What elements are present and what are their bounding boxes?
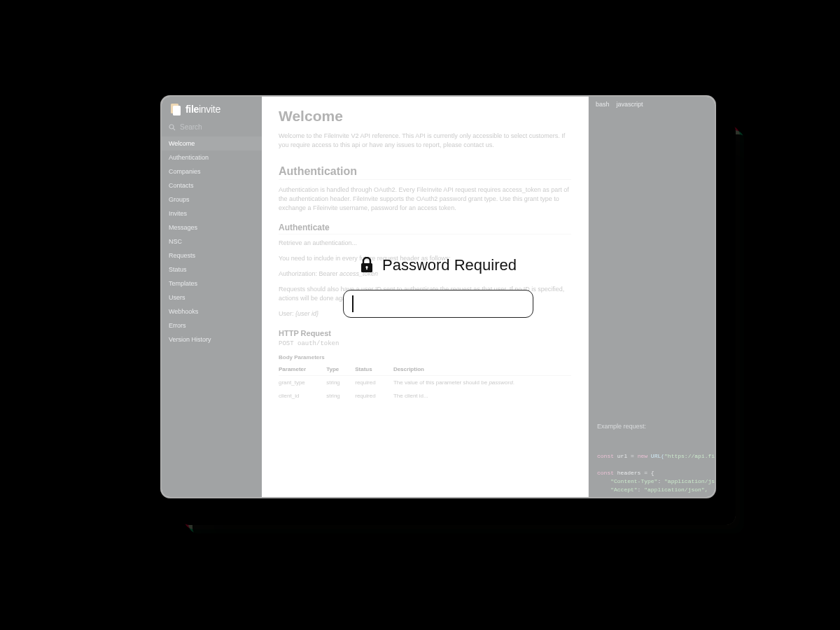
sidebar-item-messages[interactable]: Messages xyxy=(162,220,262,234)
svg-rect-1 xyxy=(173,106,181,115)
lock-icon xyxy=(360,257,374,274)
search-icon xyxy=(169,124,176,131)
sidebar-item-companies[interactable]: Companies xyxy=(162,164,262,178)
sidebar-item-groups[interactable]: Groups xyxy=(162,192,262,206)
sidebar-item-users[interactable]: Users xyxy=(162,290,262,304)
welcome-heading: Welcome xyxy=(279,108,571,125)
lang-tab-javascript[interactable]: javascript xyxy=(617,101,643,108)
sidebar-item-errors[interactable]: Errors xyxy=(162,318,262,332)
sidebar-item-templates[interactable]: Templates xyxy=(162,276,262,290)
http-request-block: HTTP Request POST oauth/token Body Param… xyxy=(279,329,571,402)
password-title: Password Required xyxy=(382,256,517,274)
sidebar-item-invites[interactable]: Invites xyxy=(162,206,262,220)
authenticate-heading: Authenticate xyxy=(279,223,571,234)
authentication-body: Authentication is handled through OAuth2… xyxy=(279,186,571,213)
logo: fileinvite xyxy=(162,97,262,120)
svg-rect-6 xyxy=(366,267,368,270)
sidebar-item-nsc[interactable]: NSC xyxy=(162,234,262,248)
password-heading-row: Password Required xyxy=(360,256,517,274)
sidebar-item-authentication[interactable]: Authentication xyxy=(162,150,262,164)
params-table: Parameter Type Status Description grant_… xyxy=(279,363,571,402)
sidebar-item-welcome[interactable]: Welcome xyxy=(162,136,262,150)
svg-point-2 xyxy=(169,125,174,129)
table-row: client_id string required The client id.… xyxy=(279,389,571,402)
text-caret xyxy=(352,295,354,312)
th-description: Description xyxy=(393,363,571,376)
sidebar-nav: Welcome Authentication Companies Contact… xyxy=(162,136,262,346)
logo-text: fileinvite xyxy=(186,104,220,115)
password-input[interactable] xyxy=(343,290,533,318)
welcome-body: Welcome to the FileInvite V2 API referen… xyxy=(279,132,571,150)
sidebar-item-contacts[interactable]: Contacts xyxy=(162,178,262,192)
http-request-line: POST oauth/token xyxy=(279,340,571,347)
authentication-heading: Authentication xyxy=(279,165,571,180)
sidebar-item-webhooks[interactable]: Webhooks xyxy=(162,304,262,318)
fileinvite-logo-icon xyxy=(169,102,183,116)
retrieve-line: Retrieve an authentication... xyxy=(279,239,571,248)
th-type: Type xyxy=(326,363,355,376)
body-params-label: Body Parameters xyxy=(279,354,571,360)
sidebar-item-status[interactable]: Status xyxy=(162,262,262,276)
code-sample: const url = new URL("https://api.file co… xyxy=(597,452,715,494)
lang-tab-bash[interactable]: bash xyxy=(596,101,610,108)
sidebar: fileinvite Welcome Authentication Compan… xyxy=(162,97,262,497)
sidebar-item-requests[interactable]: Requests xyxy=(162,248,262,262)
http-request-heading: HTTP Request xyxy=(279,329,571,337)
password-input-wrap xyxy=(343,290,533,318)
sidebar-item-version-history[interactable]: Version History xyxy=(162,332,262,346)
table-row: grant_type string required The value of … xyxy=(279,375,571,389)
svg-line-3 xyxy=(173,128,175,130)
language-tabs: bash javascript xyxy=(589,97,715,112)
sidebar-search[interactable] xyxy=(162,120,262,136)
th-status: Status xyxy=(355,363,393,376)
th-parameter: Parameter xyxy=(279,363,326,376)
search-input[interactable] xyxy=(180,123,255,131)
example-request-label: Example request: xyxy=(597,423,646,430)
code-panel: bash javascript Example request: const u… xyxy=(589,97,715,497)
